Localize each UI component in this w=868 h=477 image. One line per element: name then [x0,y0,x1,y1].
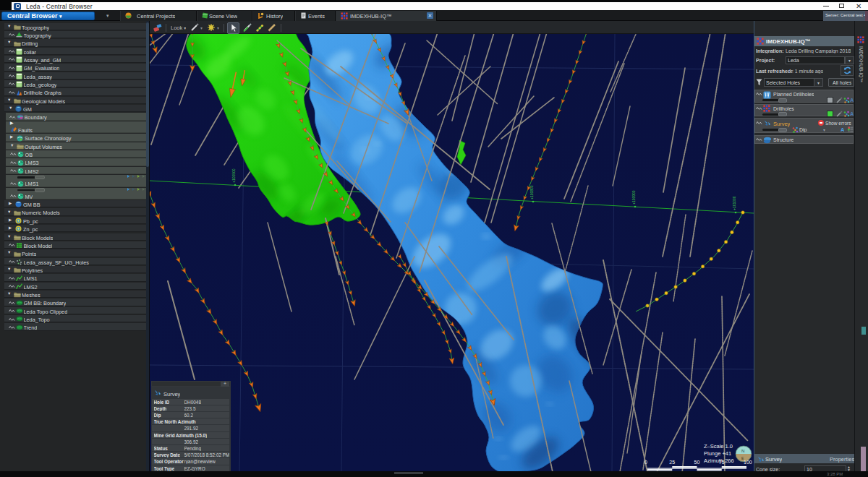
svg-text:0: 0 [644,460,647,465]
svg-text:Z–Scale 1.0: Z–Scale 1.0 [704,443,733,450]
svg-text:+100900: +100900 [631,190,636,205]
svg-text:25: 25 [669,460,675,465]
svg-text:100: 100 [744,460,752,465]
svg-text:+101000: +101000 [732,196,736,210]
svg-text:+100500: +100500 [231,168,236,183]
svg-text:75: 75 [719,460,725,465]
svg-text:N: N [741,449,744,453]
svg-text:Plunge +41: Plunge +41 [704,450,731,457]
svg-text:50: 50 [694,460,700,465]
